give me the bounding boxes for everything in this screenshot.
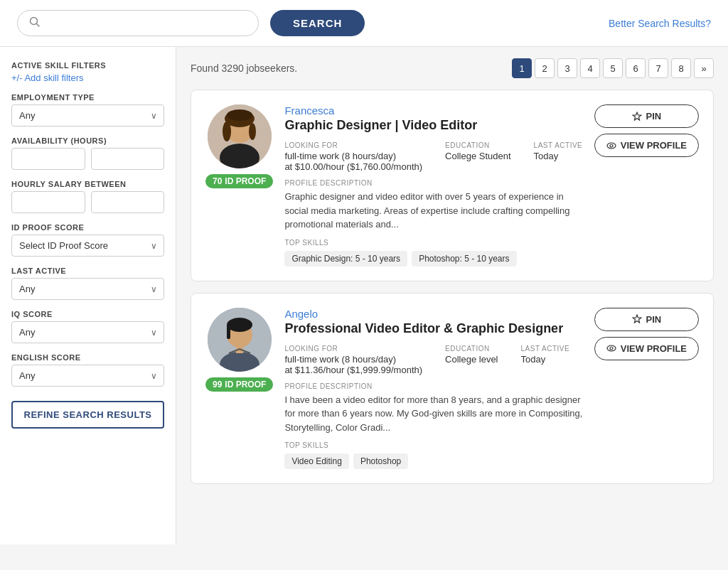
card-1-skill-1: Photoshop: 5 - 10 years xyxy=(412,251,516,267)
card-2-id-proof-label: ID PROOF xyxy=(225,380,266,389)
card-2-top-skills-label: TOP SKILLS xyxy=(284,441,582,449)
card-2-pin-button[interactable]: PIN xyxy=(594,308,699,331)
card-1-avatar xyxy=(208,104,272,168)
better-results-link[interactable]: Better Search Results? xyxy=(609,18,711,29)
card-2-skill-0: Video Editing xyxy=(284,453,349,469)
employment-type-wrap: Any Full-time Part-time Contract xyxy=(11,104,164,127)
english-score-wrap: Any Basic Intermediate Advanced xyxy=(11,365,164,387)
card-2-looking-for-value: full-time work (8 hours/day) at $11.36/h… xyxy=(284,354,422,375)
card-2-avatar-wrap: 99 ID PROOF xyxy=(205,308,273,470)
card-1-view-label: VIEW PROFILE xyxy=(621,140,687,151)
svg-rect-16 xyxy=(227,325,230,339)
card-1-profile-desc-label: PROFILE DESCRIPTION xyxy=(284,179,582,187)
id-proof-score-wrap: Select ID Proof Score 70+ 80+ 90+ 99+ xyxy=(11,235,164,257)
card-1-actions: PIN VIEW PROFILE xyxy=(594,104,699,267)
page-6-button[interactable]: 6 xyxy=(626,58,646,78)
svg-point-10 xyxy=(610,144,613,147)
card-2-profile-desc: I have been a video editor for more than… xyxy=(284,393,582,435)
salary-min-input[interactable]: 10 xyxy=(11,191,85,213)
card-2-looking-for-label: LOOKING FOR xyxy=(284,345,422,353)
card-1-last-active-value: Today xyxy=(534,151,583,161)
card-1-profile-desc: Graphic designer and video editor with o… xyxy=(284,190,582,232)
card-1-pin-button[interactable]: PIN xyxy=(594,104,699,128)
employment-type-select[interactable]: Any Full-time Part-time Contract xyxy=(11,104,164,127)
page-5-button[interactable]: 5 xyxy=(603,58,623,78)
iq-score-select[interactable]: Any 80+ 90+ 100+ xyxy=(11,321,164,343)
active-filters-title: ACTIVE SKILL FILTERS xyxy=(11,61,164,70)
page-3-button[interactable]: 3 xyxy=(557,58,577,78)
card-1-view-button[interactable]: VIEW PROFILE xyxy=(594,134,699,157)
card-2-education-label: EDUCATION xyxy=(445,345,498,353)
salary-max-input[interactable]: 30 xyxy=(91,191,165,213)
svg-point-6 xyxy=(223,122,231,141)
card-1-id-proof-badge: 70 ID PROOF xyxy=(205,174,273,188)
card-1-skills-tags: Graphic Design: 5 - 10 years Photoshop: … xyxy=(284,251,582,267)
employment-type-label: EMPLOYMENT TYPE xyxy=(11,93,164,102)
card-1-looking-for-label: LOOKING FOR xyxy=(284,141,422,149)
card-1-education: EDUCATION College Student xyxy=(445,141,511,172)
card-2-meta: LOOKING FOR full-time work (8 hours/day)… xyxy=(284,345,582,375)
availability-range: 2 12 xyxy=(11,148,164,170)
card-2-body: Angelo Professional Video Editor & Graph… xyxy=(284,308,582,470)
card-2-view-label: VIEW PROFILE xyxy=(621,343,687,354)
card-1-id-proof-score: 70 xyxy=(213,176,222,186)
card-1-avatar-wrap: 70 ID PROOF xyxy=(205,104,273,267)
card-2-view-button[interactable]: VIEW PROFILE xyxy=(594,337,699,360)
card-2-last-active-label: LAST ACTIVE xyxy=(521,345,570,353)
card-1-education-value: College Student xyxy=(445,151,511,161)
svg-point-9 xyxy=(607,143,616,149)
card-2-last-active: LAST ACTIVE Today xyxy=(521,345,570,375)
card-2-skill-1: Photoshop xyxy=(353,453,408,469)
card-2-id-proof-badge: 99 ID PROOF xyxy=(205,377,273,392)
page-8-button[interactable]: 8 xyxy=(671,58,691,78)
card-1-last-active: LAST ACTIVE Today xyxy=(534,141,583,172)
page-next-button[interactable]: » xyxy=(694,58,714,78)
availability-min-input[interactable]: 2 xyxy=(11,148,85,170)
search-input[interactable]: video editor xyxy=(46,17,247,29)
results-count: Found 3290 jobseekers. xyxy=(191,63,297,74)
card-2-education-value: College level xyxy=(445,354,498,365)
card-2-education: EDUCATION College level xyxy=(445,345,498,375)
card-1-meta: LOOKING FOR full-time work (8 hours/day)… xyxy=(284,141,582,172)
main-content: Found 3290 jobseekers. 1 2 3 4 5 6 7 8 » xyxy=(176,47,728,544)
svg-line-1 xyxy=(37,24,40,27)
card-1-skill-0: Graphic Design: 5 - 10 years xyxy=(284,251,407,267)
add-filters-link[interactable]: +/- Add skill filters xyxy=(11,72,164,83)
card-1-body: Francesca Graphic Designer | Video Edito… xyxy=(284,104,582,267)
card-2-pin-label: PIN xyxy=(646,314,662,325)
search-input-wrap: video editor xyxy=(17,10,259,36)
page-2-button[interactable]: 2 xyxy=(535,58,555,78)
card-2-skills-tags: Video Editing Photoshop xyxy=(284,453,582,469)
svg-point-7 xyxy=(249,123,256,140)
page-1-button[interactable]: 1 xyxy=(512,58,532,78)
search-icon xyxy=(29,16,41,30)
page-4-button[interactable]: 4 xyxy=(580,58,600,78)
salary-range: 10 30 xyxy=(11,191,164,213)
search-button[interactable]: SEARCH xyxy=(270,10,365,36)
iq-score-label: IQ SCORE xyxy=(11,310,164,318)
search-bar: video editor SEARCH Better Search Result… xyxy=(0,0,728,47)
svg-point-15 xyxy=(227,318,252,332)
card-1-last-active-label: LAST ACTIVE xyxy=(534,141,583,149)
id-proof-score-label: ID PROOF SCORE xyxy=(11,223,164,232)
id-proof-score-select[interactable]: Select ID Proof Score 70+ 80+ 90+ 99+ xyxy=(11,235,164,257)
svg-point-17 xyxy=(607,345,616,351)
last-active-select[interactable]: Any Today This Week This Month xyxy=(11,278,164,300)
english-score-label: ENGLISH SCORE xyxy=(11,353,164,362)
last-active-wrap: Any Today This Week This Month xyxy=(11,278,164,300)
english-score-select[interactable]: Any Basic Intermediate Advanced xyxy=(11,365,164,387)
card-1-education-label: EDUCATION xyxy=(445,141,511,149)
refine-button[interactable]: REFINE SEARCH RESULTS xyxy=(11,401,164,429)
main-layout: ACTIVE SKILL FILTERS +/- Add skill filte… xyxy=(0,47,728,544)
results-header: Found 3290 jobseekers. 1 2 3 4 5 6 7 8 » xyxy=(191,58,714,78)
card-2-name[interactable]: Angelo xyxy=(284,308,582,320)
availability-max-input[interactable]: 12 xyxy=(91,148,165,170)
svg-point-8 xyxy=(227,109,252,121)
card-2-avatar xyxy=(208,308,272,372)
card-1-title: Graphic Designer | Video Editor xyxy=(284,118,582,133)
card-1-name[interactable]: Francesca xyxy=(284,104,582,117)
job-card-1: 70 ID PROOF Francesca Graphic Designer |… xyxy=(191,90,714,281)
card-2-actions: PIN VIEW PROFILE xyxy=(594,308,699,470)
page-7-button[interactable]: 7 xyxy=(648,58,668,78)
card-2-last-active-value: Today xyxy=(521,354,570,365)
